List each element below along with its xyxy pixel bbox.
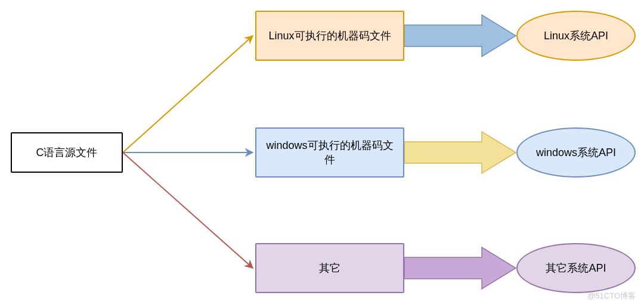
- watermark: @51CTO博客: [587, 291, 636, 301]
- node-label: 其它系统API: [546, 261, 606, 275]
- arrow-source-to-linux: [123, 36, 253, 152]
- node-linux-api: Linux系统API: [516, 11, 636, 61]
- node-label: C语言源文件: [36, 145, 98, 160]
- arrow-source-to-other: [123, 152, 253, 268]
- block-arrow-other: [404, 247, 516, 289]
- node-label: windows系统API: [536, 145, 616, 160]
- node-label: windows可执行的机器码文件: [262, 138, 397, 167]
- node-label: 其它: [319, 261, 340, 275]
- node-linux-exec: Linux可执行的机器码文件: [255, 11, 404, 61]
- node-label: Linux系统API: [544, 29, 608, 43]
- block-arrow-windows: [404, 132, 516, 173]
- node-other-exec: 其它: [255, 243, 404, 293]
- node-other-api: 其它系统API: [516, 243, 636, 293]
- node-label: Linux可执行的机器码文件: [268, 29, 391, 43]
- node-windows-api: windows系统API: [516, 127, 636, 178]
- node-source-file: C语言源文件: [11, 132, 123, 173]
- node-windows-exec: windows可执行的机器码文件: [255, 127, 404, 178]
- block-arrow-linux: [404, 15, 516, 57]
